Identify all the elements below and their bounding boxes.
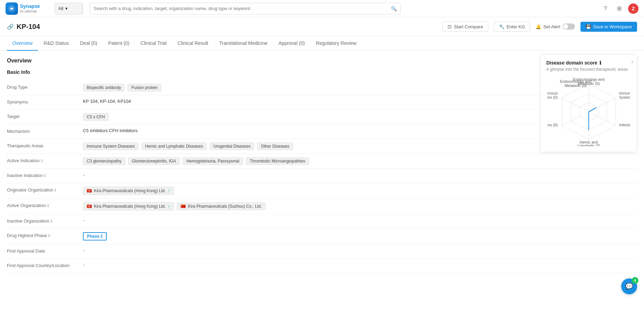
enter-kg-button[interactable]: 🔧 Enter KG [494,22,530,32]
alert-toggle[interactable] [563,23,575,30]
inactive-org-value: - [83,218,637,223]
target-label: Target [7,113,83,119]
info-icon-originator[interactable]: ℹ [55,188,56,193]
notification-count: 4 [632,277,638,283]
search-box[interactable]: 🔍 [90,3,401,14]
tab-clinical-result[interactable]: Clinical Result [172,36,214,51]
svg-text:Neoplasms (0): Neoplasms (0) [547,123,558,127]
active-org-tag-2[interactable]: 🇨🇳 Kira Pharmaceuticals (Suzhou) Co., Lt… [177,203,266,210]
filter-select-display[interactable]: All ▾ [55,3,83,14]
org-name-active-1: Kira Pharmaceuticals (Hong Kong) Ltd. [94,204,166,209]
title-actions: ⊡ Start Compare 🔧 Enter KG 🔔 Set Alert 💾… [442,21,637,32]
info-icon[interactable]: ℹ [41,158,43,163]
org-flag-hk: 🇭🇰 [87,188,92,193]
tab-regulatory-review[interactable]: Regulatory Review [310,36,362,51]
disease-panel-title: Disease domain score ℹ [546,60,631,66]
synonyms-label: Synonyms [7,99,83,105]
info-icon-active-org[interactable]: ℹ [47,203,49,208]
svg-text:System (1): System (1) [619,95,630,99]
apps-icon[interactable]: ⊞ [614,4,624,13]
tag-hemic: Hemic and Lymphatic Diseases [141,142,207,150]
drug-type-label: Drug Type [7,84,83,90]
compare-icon: ⊡ [448,24,452,29]
org-flag-hk2: 🇭🇰 [87,204,92,209]
kg-icon: 🔧 [499,24,504,29]
tab-approval[interactable]: Approval (0) [273,36,310,51]
logo-brand: Synapse [20,4,40,9]
save-to-workspace-button[interactable]: 💾 Save to Workspace [580,22,637,32]
filter-dropdown[interactable]: All ▾ [55,3,83,14]
originator-org-value: 🇭🇰 Kira Pharmaceuticals (Hong Kong) Ltd.… [83,187,637,195]
tab-rd-status[interactable]: R&D Status [38,36,74,51]
therapeutic-areas-label: Therapeutic Areas [7,142,83,148]
tab-translational-medicine[interactable]: Translational Medicine [214,36,273,51]
svg-text:Endocrinology and: Endocrinology and [573,77,604,81]
tag-target: C5 x CFH [83,113,109,121]
tag-c3: C3 glomerulopathy [83,157,125,165]
user-avatar[interactable]: Z [628,3,638,14]
first-approval-date-label: First Approval Date [7,248,83,254]
logo-icon [6,2,18,15]
tab-patent[interactable]: Patent (0) [103,36,135,51]
drug-icon: 🔗 [7,23,14,30]
tag-glomerulonephritis: Glomerulonephritis, IGA [128,157,180,165]
inactive-indication-value: - [83,172,637,178]
navbar-right: ? ⊞ Z [600,3,638,14]
logo-text: Synapse by patsnap [20,4,40,13]
active-org-row: Active Organization ℹ 🇭🇰 Kira Pharmaceut… [7,199,637,214]
org-name-originator: Kira Pharmaceuticals (Hong Kong) Ltd. [94,188,166,193]
drug-title-bar: 🔗 KP-104 ⊡ Start Compare 🔧 Enter KG 🔔 Se… [0,17,644,36]
svg-text:Infectious (0): Infectious (0) [619,123,630,127]
first-approval-date-row: First Approval Date - [7,244,637,259]
help-icon[interactable]: ? [600,4,610,13]
save-icon: 💾 [586,24,591,29]
tab-clinical-trial[interactable]: Clinical Trial [135,36,172,51]
drug-name: KP-104 [17,23,40,31]
radar-chart: Endocrinology and Metabolic (0) Immune S… [546,77,631,146]
org-arrow-active-1: ↑ [168,204,170,209]
first-approval-country-label: First Approval Country/Location [7,262,83,268]
mechanism-label: Mechanism [7,128,83,134]
tab-overview[interactable]: Overview [7,36,38,51]
first-approval-date-value: - [83,248,637,253]
panel-close-button[interactable]: › [631,58,633,65]
inactive-indication-row: Inactive Indication ℹ - [7,169,637,183]
save-to-workspace-label: Save to Workspace [593,24,632,29]
org-flag-cn: 🇨🇳 [181,204,186,209]
inactive-org-label: Inactive Organization ℹ [7,218,83,224]
drug-highest-phase-row: Drug Highest Phase ℹ Phase 2 [7,229,637,244]
filter-value: All [58,6,63,11]
drug-highest-phase-value: Phase 2 [83,232,637,240]
svg-text:Nervous: Nervous [547,91,558,95]
inactive-org-row: Inactive Organization ℹ - [7,214,637,229]
tag-fusion: Fusion protein [127,84,161,91]
inactive-indication-label: Inactive Indication ℹ [7,172,83,178]
tag-urogenital: Urogenital Diseases [210,142,254,150]
info-icon-inactive-org[interactable]: ℹ [50,219,52,224]
tag-other: Other Diseases [257,142,293,150]
chat-icon: 💬 [625,283,633,283]
svg-text:System (0): System (0) [547,95,558,99]
enter-kg-label: Enter KG [507,24,525,29]
alert-icon: 🔔 [536,24,541,29]
svg-text:Lymphatic (2): Lymphatic (2) [577,144,600,146]
disease-panel-subtitle: A glimpse into the focused therapeutic a… [546,67,631,72]
active-org-tag-1[interactable]: 🇭🇰 Kira Pharmaceuticals (Hong Kong) Ltd.… [83,202,174,210]
disease-panel-info-icon[interactable]: ℹ [599,60,601,66]
info-icon-inactive[interactable]: ℹ [44,173,46,178]
content: Overview Basic Info Drug Type Bispecific… [0,51,644,283]
originator-org-row: Originator Organization ℹ 🇭🇰 Kira Pharma… [7,183,637,199]
tag-immune: Immune System Diseases [83,142,138,150]
start-compare-button[interactable]: ⊡ Start Compare [442,21,488,32]
info-icon-phase[interactable]: ℹ [48,233,50,238]
search-icon[interactable]: 🔍 [391,6,397,11]
svg-text:Immune: Immune [619,91,630,95]
active-indication-label: Active Indication ℹ [7,157,83,163]
active-indication-row: Active Indication ℹ C3 glomerulopathy Gl… [7,154,637,169]
chevron-down-icon: ▾ [65,6,68,11]
search-input[interactable] [94,6,388,11]
originator-org-tag[interactable]: 🇭🇰 Kira Pharmaceuticals (Hong Kong) Ltd.… [83,187,174,195]
tag-bispecific: Bispecific antibody [83,84,125,91]
tab-deal[interactable]: Deal (0) [75,36,103,51]
svg-point-1 [11,8,13,10]
